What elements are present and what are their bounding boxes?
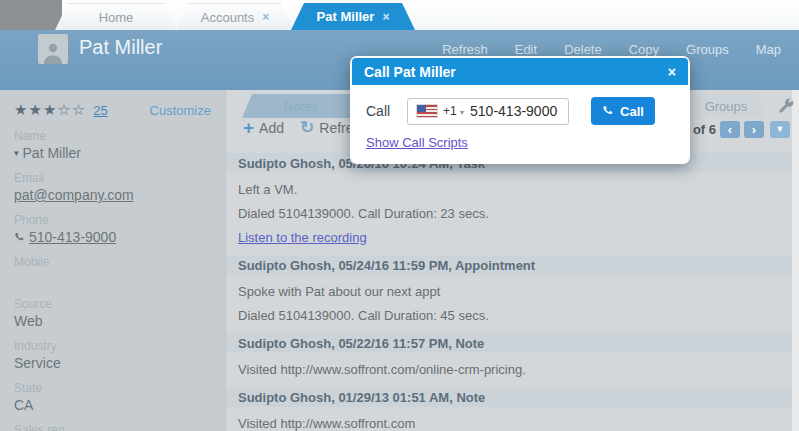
add-button[interactable]: + Add [243, 120, 284, 136]
tab-groups[interactable]: Groups [686, 94, 766, 118]
phone-input-group: +1 ▾ [407, 98, 569, 125]
page-title: Pat Miller [79, 36, 162, 59]
field-label: Email [14, 171, 211, 185]
tab-pat-miller[interactable]: Pat Miller × [291, 3, 415, 30]
add-label: Add [259, 120, 284, 136]
action-copy[interactable]: Copy [629, 42, 659, 57]
rating-row: ★★★☆☆ 25 Customize [14, 101, 211, 119]
tab-accounts-label: Accounts [201, 10, 254, 25]
field-label: Mobile [14, 255, 211, 269]
field-label: Sales rep [14, 423, 211, 431]
call-button[interactable]: Call [591, 97, 655, 125]
field-email: Email pat@company.com [14, 171, 211, 203]
phone-icon [14, 232, 25, 243]
note-line: Visited http://www.soffront.com [226, 416, 792, 431]
phone-link[interactable]: 510-413-9000 [29, 229, 116, 245]
field-label: Name [14, 129, 211, 143]
call-modal-body: Call +1 ▾ Call Show Call Scripts [352, 85, 688, 162]
field-value-state: CA [14, 397, 211, 413]
panel-edge [792, 90, 799, 431]
dial-code-dropdown[interactable]: +1 ▾ [443, 104, 464, 118]
note-header: Sudipto Ghosh, 01/29/13 01:51 AM, Note [226, 387, 792, 407]
notes-list: Sudipto Ghosh, 05/26/16 10:24 AM, Task L… [226, 150, 792, 431]
action-groups[interactable]: Groups [686, 42, 729, 57]
note-line: Left a VM. [226, 182, 792, 197]
us-flag-icon [417, 105, 437, 117]
email-link[interactable]: pat@company.com [14, 187, 134, 203]
tab-home-label: Home [99, 10, 134, 25]
phone-icon [602, 105, 614, 117]
call-modal-title: Call Pat Miller [364, 64, 456, 80]
tab-notes-label: Notes [284, 99, 318, 114]
field-phone: Phone 510-413-9000 [14, 213, 211, 245]
refresh-icon: ↻ [300, 121, 314, 135]
field-source: Source Web [14, 297, 211, 329]
close-icon[interactable]: × [668, 64, 676, 80]
tab-pat-miller-label: Pat Miller [317, 9, 375, 24]
note-header: Sudipto Ghosh, 05/22/16 11:57 PM, Note [226, 333, 792, 353]
tab-notes[interactable]: Notes [242, 94, 360, 118]
wrench-glyph [777, 98, 795, 116]
note-header: Sudipto Ghosh, 05/24/16 11:59 PM, Appoin… [226, 255, 792, 275]
next-page-button[interactable]: › [744, 121, 764, 138]
chevron-right-icon: › [752, 123, 756, 136]
tab-pat-miller-close-icon[interactable]: × [382, 10, 389, 24]
prev-page-button[interactable]: ‹ [720, 121, 740, 138]
record-sidebar: ★★★☆☆ 25 Customize Name ▾ Pat Miller Ema… [0, 90, 225, 431]
field-label: State [14, 381, 211, 395]
star-rating[interactable]: ★★★☆☆ [14, 101, 86, 119]
field-value-name: Pat Miller [23, 145, 81, 161]
recording-link[interactable]: Listen to the recording [238, 230, 367, 245]
tab-groups-label: Groups [705, 99, 748, 114]
field-label: Industry [14, 339, 211, 353]
note-line: Dialed 5104139000. Call Duration: 45 sec… [226, 308, 792, 323]
note-line: Spoke with Pat about our next appt [226, 284, 792, 299]
show-call-scripts-link[interactable]: Show Call Scripts [366, 135, 468, 150]
phone-number-input[interactable] [470, 103, 562, 119]
tab-accounts[interactable]: Accounts × [176, 3, 294, 30]
rating-count-link[interactable]: 25 [93, 103, 107, 118]
call-modal: Call Pat Miller × Call +1 ▾ Call Show Ca… [350, 56, 690, 164]
chevron-left-icon: ‹ [728, 123, 732, 136]
tabbar-corner [0, 0, 62, 30]
note-line: Visited http://www.soffront.com/online-c… [226, 362, 792, 377]
field-value-source: Web [14, 313, 211, 329]
field-label: Phone [14, 213, 211, 227]
action-refresh[interactable]: Refresh [442, 42, 488, 57]
action-map[interactable]: Map [756, 42, 781, 57]
record-actions: Refresh Edit Delete Copy Groups Map [442, 42, 781, 57]
field-industry: Industry Service [14, 339, 211, 371]
field-label: Source [14, 297, 211, 311]
note-line: Dialed 5104139000. Call Duration: 23 sec… [226, 206, 792, 221]
field-state: State CA [14, 381, 211, 413]
tab-bar: Home Accounts × Pat Miller × [0, 0, 799, 30]
field-mobile: Mobile [14, 255, 211, 287]
chevron-down-icon[interactable]: ▾ [14, 148, 19, 158]
chevron-down-icon: ▼ [776, 125, 785, 134]
field-value-mobile [14, 271, 211, 287]
field-value-industry: Service [14, 355, 211, 371]
action-delete[interactable]: Delete [564, 42, 602, 57]
dial-code-value: +1 [443, 104, 457, 118]
person-icon [41, 40, 65, 64]
call-modal-header: Call Pat Miller × [352, 58, 688, 85]
chevron-down-icon: ▾ [460, 108, 464, 117]
field-sales-rep: Sales rep Sudipto Ghosh [14, 423, 211, 431]
customize-link[interactable]: Customize [150, 103, 211, 118]
tab-accounts-close-icon[interactable]: × [262, 10, 269, 24]
plus-icon: + [243, 121, 254, 135]
call-button-label: Call [620, 104, 644, 119]
tab-home[interactable]: Home [55, 3, 177, 30]
field-name: Name ▾ Pat Miller [14, 129, 211, 161]
action-edit[interactable]: Edit [515, 42, 537, 57]
call-field-label: Call [366, 103, 407, 119]
avatar [38, 34, 68, 64]
wrench-icon[interactable] [777, 98, 795, 116]
page-size-dropdown[interactable]: ▼ [770, 121, 790, 138]
